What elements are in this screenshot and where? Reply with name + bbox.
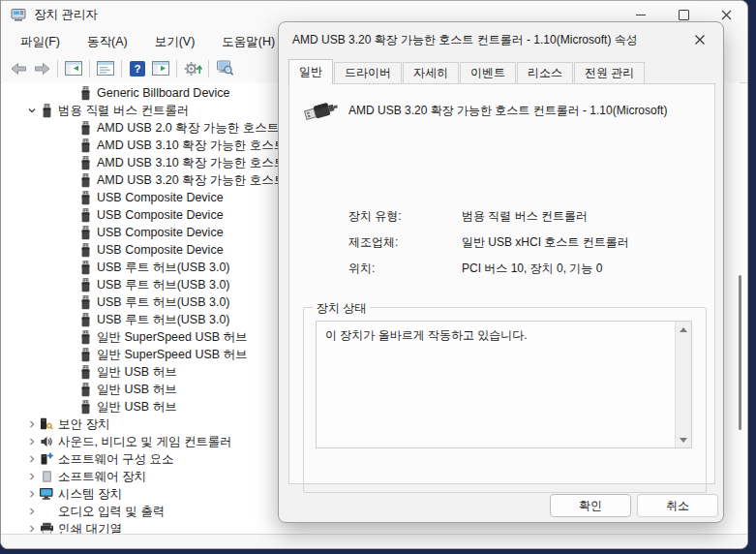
menu-action[interactable]: 동작(A) [77,31,137,53]
field-label: 위치: [348,261,462,277]
field-value: 일반 USB xHCI 호스트 컨트롤러 [462,234,629,251]
tree-item-label: USB 루트 허브(USB 3.0) [97,294,230,311]
toolbar-separator [57,60,58,77]
cancel-button[interactable]: 취소 [637,494,718,517]
scan-hardware-icon [184,61,202,77]
console-tree-icon [65,61,82,76]
field-value: 범용 직렬 버스 컨트롤러 [462,208,588,225]
usb-device-icon [77,399,93,415]
chevron-right-icon[interactable] [25,505,39,518]
tab-driver[interactable]: 드라이버 [334,62,402,84]
expander-spacer [64,278,77,292]
forward-button[interactable] [30,58,53,79]
dialog-close-button[interactable] [684,26,715,53]
expander-spacer [64,400,77,414]
usb-device-icon [77,329,93,345]
tab-details[interactable]: 자세히 [403,62,459,84]
expander-spacer [64,261,77,274]
usb-device-icon [39,103,54,118]
menu-help[interactable]: 도움말(H) [212,31,285,53]
usb-device-icon [77,190,93,205]
back-icon [10,61,28,77]
chevron-right-icon[interactable] [25,487,39,501]
svg-text:?: ? [134,63,140,75]
tree-item-label: 일반 USB 허브 [97,364,177,381]
usb-device-icon [77,382,93,397]
tree-item-label: 소프트웨어 장치 [58,469,146,485]
expander-spacer [64,138,77,152]
system-device-icon [39,486,54,502]
dialog-title: AMD USB 3.20 확장 가능한 호스트 컨트롤러 - 1.10(Micr… [292,32,638,48]
help-button[interactable]: ? [126,58,149,79]
chevron-right-icon[interactable] [25,435,39,448]
dialog-tabs: 일반 드라이버 자세히 이벤트 리소스 전원 관리 [288,61,713,84]
remote-computer-icon [216,60,234,77]
expander-spacer [64,243,77,257]
toolbar-separator [208,60,209,77]
action-pane-icon [152,61,169,76]
tab-power-management[interactable]: 전원 관리 [574,62,645,84]
scroll-down-button[interactable] [676,432,691,447]
properties-window-button[interactable] [94,58,117,79]
usb-device-icon [77,347,93,362]
usb-device-icon [77,242,93,258]
tab-resources[interactable]: 리소스 [517,62,573,84]
expander-spacer [64,121,77,135]
expander-spacer [64,173,77,187]
tree-item-label: 일반 USB 허브 [97,382,177,398]
tree-item-label: USB Composite Device [97,226,224,239]
sound-device-icon [39,434,54,449]
action-pane-button[interactable] [149,58,172,79]
menu-file[interactable]: 파일(F) [11,31,70,53]
field-label: 제조업체: [348,234,462,251]
tree-item-label: USB Composite Device [97,208,224,222]
tree-item-label: USB 루트 허브(USB 3.0) [97,277,230,293]
scan-hardware-button[interactable] [181,58,204,79]
remote-computer-button[interactable] [213,58,236,79]
device-name: AMD USB 3.20 확장 가능한 호스트 컨트롤러 - 1.10(Micr… [348,97,667,119]
console-tree-button[interactable] [62,58,85,79]
toolbar-separator [121,60,122,77]
field-location: 위치: PCI 버스 10, 장치 0, 기능 0 [348,261,602,277]
tree-item-label: 시스템 장치 [58,486,122,503]
toolbar-separator [89,60,90,77]
tree-scrollbar-thumb[interactable] [739,275,741,430]
chevron-right-icon[interactable] [25,452,39,466]
chevron-right-icon[interactable] [25,417,39,431]
device-status-group-label: 장치 상태 [313,300,370,317]
usb-device-icon [77,172,93,188]
tab-general[interactable]: 일반 [288,59,333,84]
dialog-title-bar[interactable]: AMD USB 3.20 확장 가능한 호스트 컨트롤러 - 1.10(Micr… [279,22,723,57]
usb-device-icon [77,207,93,223]
expander-spacer [64,208,77,222]
tree-item-label: 소프트웨어 구성 요소 [58,451,173,468]
expander-spacer [64,191,77,204]
usb-plug-icon [302,97,341,124]
scroll-up-button[interactable] [676,322,691,337]
tree-item-label: USB Composite Device [97,243,224,257]
help-icon: ? [130,61,145,77]
chevron-down-icon[interactable] [25,104,39,117]
ok-button[interactable]: 확인 [550,494,631,517]
usb-device-icon [77,155,93,170]
toolbar-separator [176,60,177,77]
general-tab-page: AMD USB 3.20 확장 가능한 호스트 컨트롤러 - 1.10(Micr… [288,83,715,484]
usb-device-icon [77,138,93,153]
usb-device-icon [77,277,93,292]
chevron-right-icon[interactable] [25,470,39,483]
menu-view[interactable]: 보기(V) [145,31,205,53]
tree-item-label: 일반 USB 허브 [97,399,177,416]
status-scrollbar[interactable] [675,322,691,447]
properties-window-icon [97,61,114,76]
expander-spacer [64,226,77,239]
window-title: 장치 관리자 [34,7,98,23]
back-button[interactable] [7,58,30,79]
device-status-textbox[interactable]: 이 장치가 올바르게 작동하고 있습니다. [316,321,692,448]
expander-spacer [64,295,77,309]
software-device-device-icon [39,469,54,484]
tab-events[interactable]: 이벤트 [460,62,516,84]
device-manager-app-icon [11,7,26,22]
usb-device-icon [77,312,93,327]
forward-icon [33,61,51,77]
security-device-icon [39,416,54,432]
